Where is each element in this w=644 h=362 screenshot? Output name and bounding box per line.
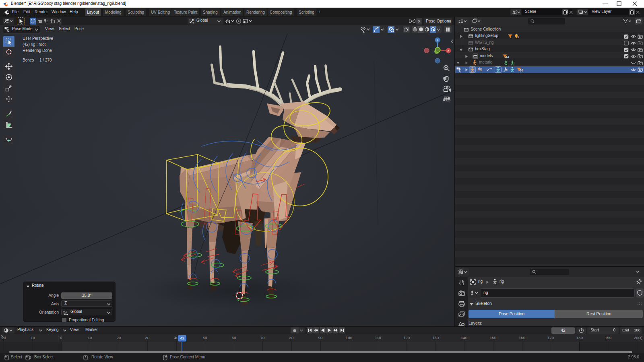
svg-text:Z: Z [437, 39, 439, 42]
svg-text:X: X [447, 49, 450, 53]
